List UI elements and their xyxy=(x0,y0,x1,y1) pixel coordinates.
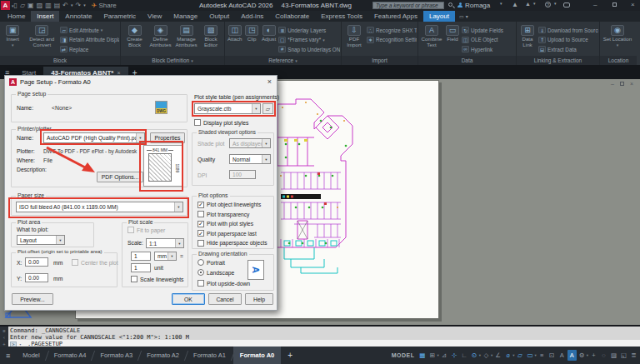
ribbon-tab-featured-apps[interactable]: Featured Apps xyxy=(368,11,423,22)
status-isometric-drafting-icon[interactable]: ◇ xyxy=(482,350,491,361)
qat-plot-icon[interactable]: ▥ xyxy=(45,2,52,9)
status-selection-cycling-icon[interactable]: ⊡ xyxy=(548,350,557,361)
ribbon-tab-collaborate[interactable]: Collaborate xyxy=(269,11,315,22)
search-input[interactable]: Type a keyword or phrase xyxy=(372,2,444,9)
ribbon-tab-layout[interactable]: Layout xyxy=(423,11,455,22)
command-strip-icon-2[interactable]: ‹ xyxy=(2,335,5,340)
plot-transparency-checkbox[interactable] xyxy=(198,211,204,217)
scale-denominator-input[interactable]: 1 xyxy=(131,263,151,272)
center-plot-option[interactable]: Center the plot xyxy=(72,259,118,266)
hide-paperspace-objects-checkbox[interactable] xyxy=(198,240,204,247)
dialog-title-bar[interactable]: A Page Setup - Formato A0 xyxy=(5,76,277,87)
new-layout-button[interactable]: + xyxy=(281,351,299,360)
edit-attribute-button[interactable]: ▱ Edit Attribute ▾ xyxy=(60,26,119,34)
status-lineweight-icon[interactable]: ▭ xyxy=(525,350,534,361)
drawing-close-icon[interactable]: × xyxy=(630,81,633,87)
combo-arrow-icon[interactable]: ▾ xyxy=(175,239,183,247)
edit-plot-style-button[interactable]: ▱ xyxy=(262,103,273,114)
status-annotation-scale-caret-icon[interactable]: ▾ xyxy=(587,353,588,357)
plot-upside-down-checkbox[interactable] xyxy=(198,280,204,287)
apps-caret-icon[interactable]: ▾ xyxy=(533,1,536,6)
status-polar-tracking-icon[interactable]: ⊙ xyxy=(470,350,479,361)
plot-option-hide-paperspace-objects[interactable]: Hide paperspace objects xyxy=(198,238,272,248)
plot-with-plot-styles-checkbox[interactable] xyxy=(198,221,204,227)
layout-tab-formato-a0[interactable]: Formato A0 xyxy=(233,347,281,364)
status-snap-mode-icon[interactable]: ⊞ xyxy=(428,350,437,361)
pdf-import-button[interactable]: ⇩ PDF Import xyxy=(343,23,365,55)
layout-tabs-menu-icon[interactable]: ≡ xyxy=(0,352,16,360)
manage-attributes-button[interactable]: ▤ Manage Attributes xyxy=(174,23,198,55)
qat-new-icon[interactable]: ▯ xyxy=(14,2,18,9)
data-link-button[interactable]: ⊞ Data Link xyxy=(518,23,537,55)
close-button[interactable]: × xyxy=(631,1,635,8)
ribbon-tab-manage[interactable]: Manage xyxy=(168,11,203,22)
status-snap-mode-caret-icon[interactable]: ▾ xyxy=(437,353,438,357)
combine-text-button[interactable]: A Combine Text xyxy=(420,23,443,55)
status-isolate-objects-icon[interactable]: ◌ xyxy=(599,350,608,361)
undo-icon[interactable]: ↶ xyxy=(62,2,68,9)
layout-tab-formato-a1[interactable]: Formato A1 xyxy=(187,347,232,364)
plot-option-plot-object-lineweights[interactable]: Plot object lineweights xyxy=(198,200,272,210)
center-plot-checkbox[interactable] xyxy=(72,259,78,266)
restore-button[interactable] xyxy=(612,2,617,7)
clip-button[interactable]: ◳ Clip xyxy=(244,23,258,55)
status-object-snap-caret-icon[interactable]: ▾ xyxy=(512,353,514,357)
command-caret-icon[interactable]: ▾ xyxy=(19,342,22,347)
fit-to-paper-checkbox[interactable] xyxy=(128,227,134,233)
panel-label-location[interactable]: Location xyxy=(600,56,637,65)
redo-caret-icon[interactable]: ▾ xyxy=(83,3,86,7)
ok-button[interactable]: OK xyxy=(172,293,205,305)
scale-lineweights-option[interactable]: Scale lineweights xyxy=(131,276,184,282)
undo-caret-icon[interactable]: ▾ xyxy=(71,3,73,7)
panel-label-block[interactable]: Block xyxy=(0,56,120,65)
status-lineweight-caret-icon[interactable]: ▾ xyxy=(534,353,536,357)
display-plot-styles-checkbox[interactable] xyxy=(194,119,201,126)
ribbon-minimize-control[interactable]: ▭ ▾ xyxy=(455,11,472,22)
ribbon-tab-output[interactable]: Output xyxy=(203,11,235,22)
dialog-close-button[interactable]: × xyxy=(268,77,272,86)
status-customization-icon[interactable]: ≣ xyxy=(629,350,638,361)
combo-arrow-icon[interactable]: ▾ xyxy=(174,202,182,212)
plot-object-lineweights-checkbox[interactable] xyxy=(198,202,204,208)
combo-arrow-icon[interactable]: ▾ xyxy=(56,236,64,244)
offset-y-input[interactable]: 0.00 xyxy=(25,273,48,282)
fit-to-paper-option[interactable]: Fit to paper xyxy=(128,227,165,233)
status-dynamic-input-icon[interactable]: ⊹ xyxy=(450,350,459,361)
status-infer-constraints-icon[interactable]: ⊿ xyxy=(440,350,449,361)
status-hardware-acceleration-icon[interactable]: ▨ xyxy=(609,350,618,361)
combo-arrow-icon[interactable]: ▾ xyxy=(136,133,144,142)
drawing-minimize-icon[interactable]: – xyxy=(611,81,614,87)
update-fields-button[interactable]: ↻ Update Fields xyxy=(462,26,513,34)
plot-option-plot-paperspace-last[interactable]: Plot paperspace last xyxy=(198,229,272,239)
feedback-icon[interactable] xyxy=(563,2,570,7)
plot-option-plot-with-plot-styles[interactable]: Plot with plot styles xyxy=(198,219,272,229)
status-object-snap-icon[interactable]: ⌀ xyxy=(503,350,512,361)
qat-print-icon[interactable]: ▤ xyxy=(54,2,61,9)
layout-tab-formato-a2[interactable]: Formato A2 xyxy=(140,347,186,364)
ole-object-button[interactable]: ◫ OLE Object xyxy=(462,36,513,44)
landscape-option[interactable]: Landscape xyxy=(198,269,234,276)
replace-block-button[interactable]: ⇄ Replace xyxy=(60,45,119,53)
ribbon-tab-insert[interactable]: Insert xyxy=(31,11,59,22)
autocad-logo-icon[interactable]: A xyxy=(1,1,10,10)
app-store-icon[interactable]: ▲ xyxy=(512,1,518,8)
redo-icon[interactable]: ↷ xyxy=(76,2,82,9)
scale-lineweights-checkbox[interactable] xyxy=(131,276,138,282)
plot-paperspace-last-checkbox[interactable] xyxy=(198,230,204,237)
block-editor-button[interactable]: ▧ Block Editor xyxy=(200,23,222,55)
combo-arrow-icon[interactable]: ▾ xyxy=(262,155,270,163)
command-strip-icon-1[interactable]: ≡ xyxy=(2,328,5,333)
ribbon-tab-express-tools[interactable]: Express Tools xyxy=(315,11,368,22)
panel-label-linking-extraction[interactable]: Linking & Extraction xyxy=(517,56,599,65)
printer-name-select[interactable]: AutoCAD PDF (High Quality Print).pc3 ▾ xyxy=(43,132,145,143)
status-annotation-autoscale-icon[interactable]: A xyxy=(568,350,577,361)
paper-size-select[interactable]: ISO full bleed A0 (841.00 x 1189.00 MM) … xyxy=(16,202,183,212)
quality-select[interactable]: Normal ▾ xyxy=(229,154,271,164)
scale-select[interactable]: 1:1 ▾ xyxy=(146,238,184,248)
underlay-layers-button[interactable]: ≣ Underlay Layers xyxy=(278,26,340,34)
download-from-source-button[interactable]: ⇓ Download from Source xyxy=(538,26,598,34)
qat-save-icon[interactable]: ▣ xyxy=(28,2,34,9)
model-space-toggle[interactable]: MODEL xyxy=(392,352,415,358)
layout-tab-formato-a3[interactable]: Formato A3 xyxy=(93,347,139,364)
landscape-radio[interactable] xyxy=(198,269,204,276)
